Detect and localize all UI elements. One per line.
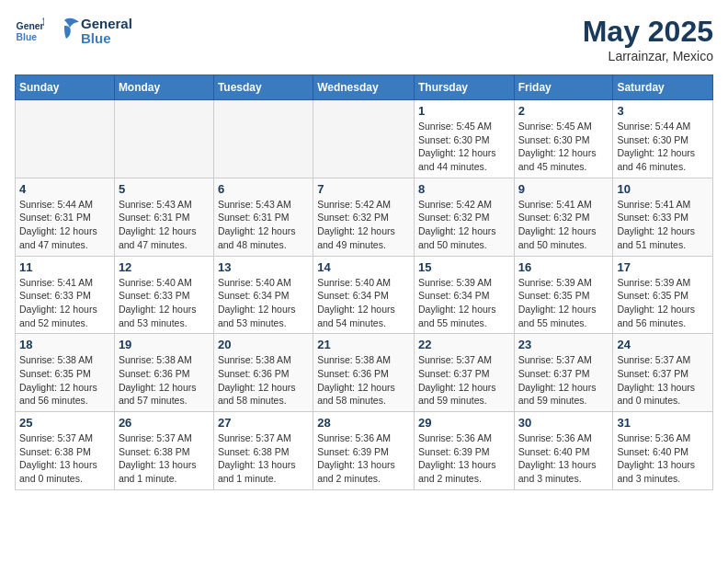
calendar-cell-11: 11Sunrise: 5:41 AMSunset: 6:33 PMDayligh… [16, 256, 115, 334]
day-number: 11 [19, 260, 110, 274]
day-number: 29 [418, 416, 510, 430]
day-info: Sunrise: 5:39 AMSunset: 6:35 PMDaylight:… [518, 276, 609, 330]
calendar-cell-8: 8Sunrise: 5:42 AMSunset: 6:32 PMDaylight… [414, 178, 514, 256]
day-number: 4 [19, 182, 110, 196]
calendar-week-4: 18Sunrise: 5:38 AMSunset: 6:35 PMDayligh… [16, 334, 713, 412]
weekday-header-row: SundayMondayTuesdayWednesdayThursdayFrid… [16, 75, 713, 100]
calendar-cell-1: 1Sunrise: 5:45 AMSunset: 6:30 PMDaylight… [414, 100, 514, 178]
day-number: 16 [518, 260, 609, 274]
calendar-cell-23: 23Sunrise: 5:37 AMSunset: 6:37 PMDayligh… [514, 334, 613, 412]
day-info: Sunrise: 5:37 AMSunset: 6:37 PMDaylight:… [617, 353, 709, 408]
day-number: 28 [317, 416, 410, 430]
day-number: 18 [19, 338, 110, 351]
day-number: 13 [218, 260, 309, 274]
calendar-cell-25: 25Sunrise: 5:37 AMSunset: 6:38 PMDayligh… [16, 412, 115, 490]
day-info: Sunrise: 5:44 AMSunset: 6:30 PMDaylight:… [617, 120, 709, 174]
calendar-cell-22: 22Sunrise: 5:37 AMSunset: 6:37 PMDayligh… [414, 334, 514, 412]
day-number: 25 [19, 416, 110, 430]
calendar-cell-3: 3Sunrise: 5:44 AMSunset: 6:30 PMDaylight… [613, 100, 713, 178]
svg-text:General: General [17, 21, 44, 31]
calendar-cell-28: 28Sunrise: 5:36 AMSunset: 6:39 PMDayligh… [313, 412, 415, 490]
location: Larrainzar, Mexico [583, 49, 713, 63]
calendar-cell-empty [114, 100, 213, 178]
weekday-header-sunday: Sunday [16, 75, 115, 100]
weekday-header-monday: Monday [114, 75, 213, 100]
day-info: Sunrise: 5:40 AMSunset: 6:34 PMDaylight:… [317, 276, 410, 330]
svg-text:Blue: Blue [17, 32, 38, 42]
calendar-cell-2: 2Sunrise: 5:45 AMSunset: 6:30 PMDaylight… [514, 100, 613, 178]
weekday-header-saturday: Saturday [613, 75, 713, 100]
day-number: 9 [518, 182, 609, 196]
calendar-cell-4: 4Sunrise: 5:44 AMSunset: 6:31 PMDaylight… [16, 178, 115, 256]
day-number: 3 [617, 104, 709, 118]
calendar-cell-17: 17Sunrise: 5:39 AMSunset: 6:35 PMDayligh… [613, 256, 713, 334]
calendar-cell-10: 10Sunrise: 5:41 AMSunset: 6:33 PMDayligh… [613, 178, 713, 256]
calendar-cell-24: 24Sunrise: 5:37 AMSunset: 6:37 PMDayligh… [613, 334, 713, 412]
day-number: 5 [119, 182, 210, 196]
day-number: 10 [617, 182, 709, 196]
day-number: 24 [617, 338, 709, 351]
day-info: Sunrise: 5:38 AMSunset: 6:36 PMDaylight:… [218, 353, 309, 408]
day-info: Sunrise: 5:40 AMSunset: 6:34 PMDaylight:… [218, 276, 309, 330]
day-info: Sunrise: 5:44 AMSunset: 6:31 PMDaylight:… [19, 198, 110, 252]
day-info: Sunrise: 5:36 AMSunset: 6:40 PMDaylight:… [518, 431, 609, 486]
calendar-cell-18: 18Sunrise: 5:38 AMSunset: 6:35 PMDayligh… [16, 334, 115, 412]
calendar-cell-7: 7Sunrise: 5:42 AMSunset: 6:32 PMDaylight… [313, 178, 415, 256]
calendar-week-5: 25Sunrise: 5:37 AMSunset: 6:38 PMDayligh… [16, 412, 713, 490]
calendar-cell-empty [213, 100, 313, 178]
day-info: Sunrise: 5:42 AMSunset: 6:32 PMDaylight:… [317, 198, 410, 252]
day-info: Sunrise: 5:37 AMSunset: 6:37 PMDaylight:… [418, 353, 510, 408]
calendar-cell-30: 30Sunrise: 5:36 AMSunset: 6:40 PMDayligh… [514, 412, 613, 490]
day-number: 31 [617, 416, 709, 430]
calendar-cell-9: 9Sunrise: 5:41 AMSunset: 6:32 PMDaylight… [514, 178, 613, 256]
day-number: 12 [119, 260, 210, 274]
calendar-cell-6: 6Sunrise: 5:43 AMSunset: 6:31 PMDaylight… [213, 178, 313, 256]
calendar-cell-14: 14Sunrise: 5:40 AMSunset: 6:34 PMDayligh… [313, 256, 415, 334]
day-info: Sunrise: 5:39 AMSunset: 6:35 PMDaylight:… [617, 276, 709, 330]
day-number: 30 [518, 416, 609, 430]
day-number: 2 [518, 104, 609, 118]
day-number: 20 [218, 338, 309, 351]
calendar-cell-27: 27Sunrise: 5:37 AMSunset: 6:38 PMDayligh… [213, 412, 313, 490]
weekday-header-friday: Friday [514, 75, 613, 100]
calendar-cell-19: 19Sunrise: 5:38 AMSunset: 6:36 PMDayligh… [114, 334, 213, 412]
day-info: Sunrise: 5:42 AMSunset: 6:32 PMDaylight:… [418, 198, 510, 252]
day-number: 19 [119, 338, 210, 351]
logo-icon: General Blue [15, 17, 44, 46]
logo-bird-icon [48, 15, 81, 48]
logo-text-line1: General [81, 17, 132, 32]
day-info: Sunrise: 5:45 AMSunset: 6:30 PMDaylight:… [418, 120, 510, 174]
calendar-cell-13: 13Sunrise: 5:40 AMSunset: 6:34 PMDayligh… [213, 256, 313, 334]
day-info: Sunrise: 5:37 AMSunset: 6:38 PMDaylight:… [119, 431, 210, 486]
weekday-header-tuesday: Tuesday [213, 75, 313, 100]
day-info: Sunrise: 5:40 AMSunset: 6:33 PMDaylight:… [119, 276, 210, 330]
calendar-table: SundayMondayTuesdayWednesdayThursdayFrid… [15, 75, 713, 490]
day-info: Sunrise: 5:38 AMSunset: 6:36 PMDaylight:… [317, 353, 410, 408]
day-number: 8 [418, 182, 510, 196]
day-number: 27 [218, 416, 309, 430]
day-info: Sunrise: 5:38 AMSunset: 6:36 PMDaylight:… [119, 353, 210, 408]
day-number: 15 [418, 260, 510, 274]
day-info: Sunrise: 5:36 AMSunset: 6:40 PMDaylight:… [617, 431, 709, 486]
calendar-cell-29: 29Sunrise: 5:36 AMSunset: 6:39 PMDayligh… [414, 412, 514, 490]
day-info: Sunrise: 5:43 AMSunset: 6:31 PMDaylight:… [119, 198, 210, 252]
day-number: 23 [518, 338, 609, 351]
day-info: Sunrise: 5:39 AMSunset: 6:34 PMDaylight:… [418, 276, 510, 330]
day-number: 6 [218, 182, 309, 196]
calendar-cell-5: 5Sunrise: 5:43 AMSunset: 6:31 PMDaylight… [114, 178, 213, 256]
weekday-header-thursday: Thursday [414, 75, 514, 100]
day-info: Sunrise: 5:37 AMSunset: 6:38 PMDaylight:… [19, 431, 110, 486]
day-number: 17 [617, 260, 709, 274]
day-number: 22 [418, 338, 510, 351]
calendar-week-2: 4Sunrise: 5:44 AMSunset: 6:31 PMDaylight… [16, 178, 713, 256]
calendar-cell-empty [16, 100, 115, 178]
logo: General Blue General Blue [15, 15, 132, 48]
day-number: 7 [317, 182, 410, 196]
calendar-cell-21: 21Sunrise: 5:38 AMSunset: 6:36 PMDayligh… [313, 334, 415, 412]
day-number: 26 [119, 416, 210, 430]
day-info: Sunrise: 5:41 AMSunset: 6:33 PMDaylight:… [19, 276, 110, 330]
calendar-cell-empty [313, 100, 415, 178]
day-number: 1 [418, 104, 510, 118]
month-title: May 2025 [583, 15, 713, 49]
day-info: Sunrise: 5:37 AMSunset: 6:37 PMDaylight:… [518, 353, 609, 408]
